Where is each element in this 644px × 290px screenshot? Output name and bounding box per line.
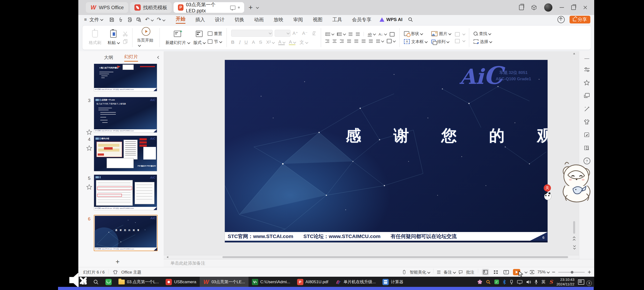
star-icon[interactable] (86, 184, 93, 190)
taskbar-calculator-window[interactable]: 计算器 (379, 277, 406, 287)
wps-mascot-pet[interactable] (554, 160, 598, 205)
smart-beautify-button[interactable]: 智能美化 (410, 270, 430, 275)
arrange-button[interactable]: 排列 (431, 39, 450, 44)
reading-view-button[interactable] (502, 269, 510, 276)
redo-button[interactable]: ↷ (157, 16, 165, 23)
mascot-close-button[interactable]: 关 (544, 184, 551, 192)
taskbar-mcu-upgrade-window[interactable]: 单片机在线升级... (332, 277, 379, 287)
bold-button[interactable]: B (231, 40, 234, 45)
paste-button[interactable]: 粘贴 (104, 30, 122, 46)
taskbar-usbcamera-window[interactable]: USBcamera (162, 277, 200, 287)
superscript-button[interactable]: X² (266, 40, 274, 45)
resource-search-icon[interactable] (579, 145, 594, 151)
settings-sliders-icon[interactable] (579, 67, 594, 72)
char-border-button[interactable]: A (252, 40, 255, 45)
menu-member[interactable]: 会员专享 (352, 16, 371, 23)
play-from-current-button[interactable]: 当页开始 (137, 27, 155, 48)
menu-review[interactable]: 审阅 (293, 16, 303, 23)
slide-thumbnail-4[interactable]: 硬件介绍 AiC P40 输出0V P00 输出0V (94, 136, 157, 171)
collapse-panel-button[interactable] (156, 55, 160, 60)
slide-canvas[interactable]: AiC 车规 32位 8051 AEC-Q100 Grade1 感 谢 您 的 … (225, 60, 548, 242)
horizontal-scrollbar[interactable] (164, 255, 579, 259)
play-options-chevron-icon[interactable] (524, 270, 528, 273)
tab-presentation-document[interactable]: P 03点亮第一个LED.pptx (174, 2, 244, 13)
minimize-button[interactable] (560, 7, 564, 8)
taskbar-explorer-window[interactable]: 03.点亮第一个L... (115, 277, 162, 287)
magic-wand-icon[interactable] (579, 106, 594, 112)
decrease-font-button[interactable]: A⁻ (302, 30, 308, 36)
numbered-list-button[interactable] (337, 32, 345, 36)
horizontal-scroll-thumb[interactable] (222, 256, 568, 258)
clear-format-icon[interactable] (312, 31, 316, 36)
tab-outline[interactable]: 大纲 (104, 54, 113, 61)
next-slide-button[interactable] (572, 244, 576, 250)
star-rating-icon[interactable] (579, 80, 594, 86)
increase-indent-button[interactable] (356, 32, 360, 36)
slide-sorter-view-button[interactable] (492, 269, 500, 276)
scroll-left-arrow-icon[interactable] (166, 256, 168, 258)
zoom-out-button[interactable] (552, 272, 555, 272)
tab-list-chevron-icon[interactable] (256, 6, 259, 9)
mascot-panda-icon[interactable] (544, 193, 552, 200)
tray-bluetooth-icon[interactable] (502, 280, 506, 284)
transition-layers-icon[interactable] (579, 93, 594, 99)
tray-flower-icon[interactable] (478, 280, 482, 284)
print-icon[interactable] (127, 17, 132, 22)
tray-usb-icon[interactable] (510, 280, 514, 284)
star-icon[interactable] (86, 129, 93, 135)
menu-tools[interactable]: 工具 (332, 16, 342, 23)
menu-view[interactable]: 视图 (313, 16, 322, 23)
taskbar-clock[interactable]: 23:10:43 2024/11/22 (556, 278, 574, 286)
strikethrough-button[interactable]: S (259, 40, 262, 45)
vertical-scroll-thumb[interactable] (573, 221, 575, 234)
underline-button[interactable]: U (244, 40, 248, 45)
menu-home[interactable]: 开始 (176, 16, 186, 24)
shapes-button[interactable]: 形状 (404, 31, 427, 36)
new-slide-button[interactable]: + 新建幻灯片 (164, 30, 191, 46)
vertical-text-button[interactable]: A↓ (378, 32, 386, 36)
tray-display-icon[interactable] (517, 280, 522, 284)
distribute-button[interactable] (354, 40, 358, 43)
format-painter-button[interactable]: 格式刷 (86, 30, 104, 46)
export-pdf-icon[interactable] (118, 17, 123, 22)
app-center-cube-icon[interactable] (531, 4, 537, 10)
tab-slides[interactable]: 幻灯片 (124, 54, 138, 62)
line-spacing-up-button[interactable] (362, 40, 366, 43)
docer-resource-icon[interactable] (579, 132, 594, 138)
normal-view-button[interactable] (482, 269, 489, 276)
undo-button[interactable]: ↶ (145, 16, 153, 23)
tray-speaker-icon[interactable] (526, 280, 531, 284)
textbox-button[interactable]: A文本框 (404, 39, 427, 44)
theme-name[interactable]: Office 主题 (121, 270, 142, 275)
fit-slide-icon[interactable] (530, 270, 534, 274)
ime-indicator[interactable]: 英 (542, 279, 546, 285)
shape-outline-button[interactable] (455, 39, 465, 43)
reset-button[interactable]: 重置 (208, 31, 222, 36)
menu-insert[interactable]: 插入 (195, 16, 205, 23)
user-avatar[interactable] (544, 4, 552, 12)
theme-shirt-icon[interactable] (579, 119, 594, 125)
restore-button[interactable] (571, 5, 576, 10)
tray-microphone-icon[interactable] (534, 280, 538, 284)
align-center-button[interactable] (333, 40, 336, 43)
new-tab-button[interactable]: + (248, 4, 253, 11)
zoom-in-button[interactable] (588, 271, 591, 274)
theme-icon[interactable] (113, 270, 118, 274)
menu-transition[interactable]: 切换 (234, 16, 244, 23)
menu-animation[interactable]: 动画 (254, 16, 264, 23)
scroll-up-arrow-icon[interactable] (573, 53, 575, 54)
previous-slide-button[interactable] (572, 236, 576, 241)
smart-layout-button[interactable] (387, 39, 395, 43)
section-button[interactable]: 节 (208, 39, 222, 44)
slide-thumbnail-3[interactable]: 点亮第一个LED 输入如下代码,下载到板子上看现象 AiC STC官网: www… (94, 97, 157, 133)
tray-check-icon[interactable]: ✓ (494, 280, 499, 284)
align-left-button[interactable] (326, 40, 329, 43)
justify-button[interactable] (347, 40, 351, 43)
font-size-combo[interactable] (274, 30, 290, 37)
wps-ai-button[interactable]: WPS AI (380, 17, 402, 22)
collapse-rail-icon[interactable]: — (579, 56, 594, 61)
slide-thumbnail-6-active[interactable]: AiC 感 谢 您 的 观 看 STC官网: www.STCAI.com STC… (94, 215, 158, 251)
select-button[interactable]: 选择 (474, 39, 492, 44)
save-icon[interactable] (109, 17, 114, 22)
copy-icon[interactable] (122, 39, 128, 44)
